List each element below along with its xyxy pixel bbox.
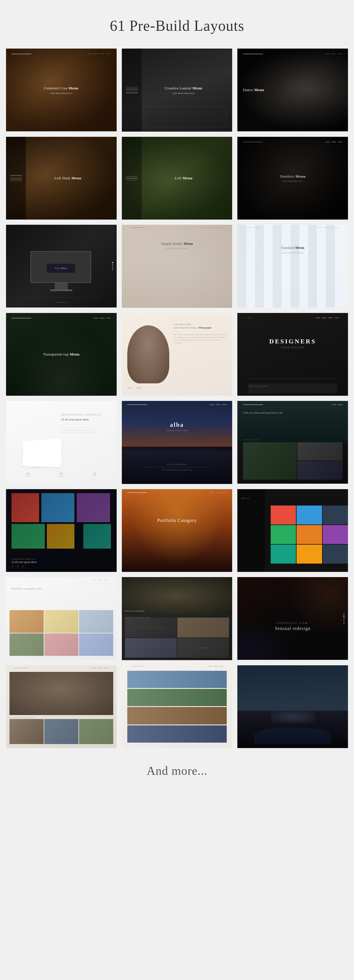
photographer-bio: I am creative artist,super whatever work… [173,323,227,329]
card-label: Centered Crea Menu your about ideas here [44,86,78,95]
photographer-text: I am creative artist,super whatever work… [173,323,227,344]
top-image-overlay [122,577,232,614]
nav-item [325,142,330,142]
page-title: 61 Pre-Build Layouts [6,17,348,34]
card-numbers-menu[interactable]: Numbers Menu your about ideas here [237,137,348,220]
nav-item [335,228,339,228]
card-portfolio-category-sunset[interactable]: Portfolio Category [122,489,232,572]
nav-logo [127,404,147,405]
card-dark-landscape[interactable] [237,665,348,748]
nav-bar [243,404,343,406]
left-menu-item [10,177,22,178]
side-dot [343,616,344,617]
mockup-grid [243,442,343,480]
dark-approach-pre: professional approach [11,558,111,560]
bottom-links: About Portfolio [127,387,227,389]
alba-offering-text: WE OFFERING [122,463,232,466]
nav-item [335,318,339,318]
card-label-text: Standard Menu [281,245,305,250]
nav-item [332,54,336,54]
card-professional-approach-white[interactable]: Professional approach of all your great … [6,401,117,484]
img-cell [10,633,44,656]
card-simple-header-menu[interactable]: Simple header Menu your about ideas here [122,225,232,308]
card-professional-approach-dark[interactable]: professional approach of all your great … [6,489,117,572]
designers-sub: YOUR TAGLINE [237,346,348,349]
card-points-menu[interactable]: Points Menu Points Menu [6,225,117,307]
left-side-menu [122,49,142,132]
nav-item [222,493,227,493]
nav-logo [243,54,263,54]
card-craft-your-ideas[interactable]: Craft your ideas and bring them to life … [237,401,348,484]
monitor-base [50,290,72,291]
card-sensual-redesign[interactable]: PORTFOLIO ITEM Sensual redesign [237,577,348,660]
card-label-text: Transparent top Menu [43,352,79,357]
nav-item [104,668,108,668]
desc-cell-line [135,627,167,628]
card-centered-creative-menu[interactable]: Centered Crea Menu your about ideas here [6,49,117,131]
nav-item [332,142,336,142]
nav-item [210,404,214,405]
nav-items [210,493,227,493]
mosaic-cell [297,525,322,544]
card-left-menu[interactable]: Left Menu [122,137,232,220]
desc-cell [125,638,177,657]
card-portfolio-with-desc[interactable]: Portfolio with description Porto Vella P… [122,577,232,660]
portfolio-img-grid [10,610,113,656]
nav-item [94,318,98,318]
nav-items [208,666,224,667]
nav-item [219,666,224,667]
nav-items [325,54,343,54]
approach-cta: Discover about our services [61,428,95,433]
card-alba-page[interactable]: alba YOUR TAGLINE WE OFFERING Web design… [122,401,232,484]
nav-item [324,228,327,228]
card-photographer-page[interactable]: I am creative artist,super whatever work… [122,313,232,396]
card-left-dark-menu[interactable]: Left Dark Menu [6,137,117,220]
nav-item [316,318,320,318]
nav-logo [15,668,29,668]
card-designers-page[interactable]: LOGO DESIGNERS YOUR TAGLINE Brief introd… [237,313,348,396]
card-dark-menu-dancer[interactable]: Dance Menu [237,49,348,131]
top-image: Portfolio with description [122,577,232,614]
img-cell [44,633,78,656]
nav-item [208,666,212,667]
side-dot [112,267,113,268]
card-label-text: Centered Crea Menu [44,86,78,91]
card-creative-lateral-menu[interactable]: Creative Lateral Menu your about ideas h… [122,49,232,132]
left-menu-item [126,89,138,89]
dark-approach-title: of all your great ideas [11,560,111,564]
card-sublabel: your about ideas here [161,247,193,250]
card-label: Left Dark Menu [55,176,82,181]
card-photo-grid[interactable]: MENU [237,489,348,572]
landscape-strip [127,671,227,688]
portfolio-label: Portfolio category title [10,716,35,719]
card-transparent-top-menu[interactable]: Transparent top Menu [6,313,117,396]
side-dot [112,262,113,263]
footer-text: And more... [6,764,348,778]
bottom-strip [10,719,113,744]
sensual-subtitle: PORTFOLIO ITEM [275,622,311,625]
card-label-text: Left Dark Menu [55,176,82,181]
card-landscape-panels[interactable] [122,665,232,748]
nav-item [214,228,218,228]
left-menu-item [126,176,138,177]
nav-item [104,580,108,580]
nav-item [216,404,221,405]
card-portfolio-cat-light[interactable]: Portfolio category title [6,577,117,660]
nav-items [92,668,108,668]
nav-items [316,318,339,318]
photographer-desc: I am creative website designer and passi… [173,333,227,344]
card-standard-menu[interactable]: Standard Menu your about ideas here [237,225,348,307]
nav-logo [130,228,144,228]
nav-item [328,318,333,318]
nav-item [222,404,227,405]
approach-divider [61,424,67,425]
photo-cell [11,493,39,522]
side-dots-nav [343,613,344,624]
page-wrapper: 61 Pre-Build Layouts Centered Crea Men [0,0,354,801]
nav-bar: LOGO [243,317,343,319]
card-portfolio-bottom-light[interactable]: Portfolio category title [6,665,117,748]
img-cell [79,633,113,656]
nav-item [214,666,218,667]
card-label: Simple header Menu your about ideas here [161,242,193,250]
nav-items [202,228,224,228]
